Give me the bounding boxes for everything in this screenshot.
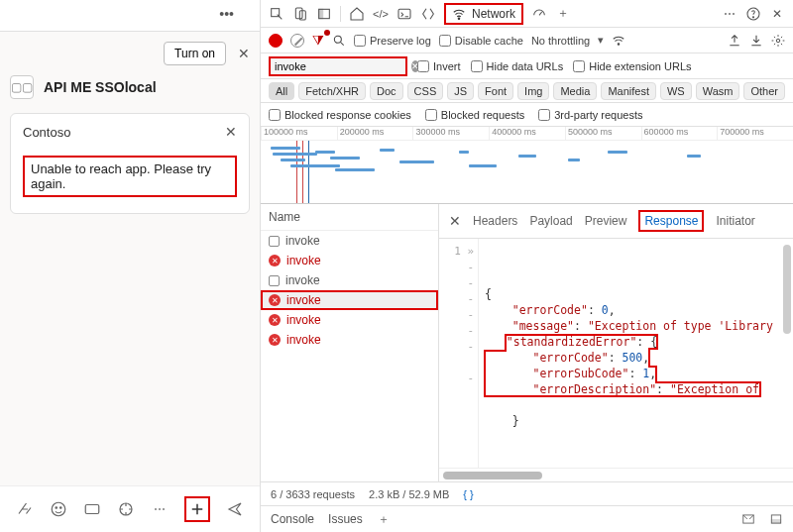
- svg-point-16: [776, 39, 780, 43]
- devtools-close-icon[interactable]: ✕: [769, 6, 785, 22]
- hide-ext-urls-checkbox[interactable]: Hide extension URLs: [573, 60, 691, 72]
- message-card: Contoso ✕ Unable to reach app. Please tr…: [10, 113, 250, 214]
- blocked-requests-checkbox[interactable]: Blocked requests: [425, 109, 524, 121]
- type-chip-all[interactable]: All: [269, 82, 294, 100]
- type-chip-manifest[interactable]: Manifest: [601, 82, 656, 100]
- svg-rect-6: [295, 8, 302, 19]
- drawer-tab-console[interactable]: Console: [271, 512, 314, 526]
- app-icon: ▢▢: [10, 75, 34, 99]
- upload-icon[interactable]: [728, 34, 741, 48]
- tab-preview[interactable]: Preview: [585, 214, 627, 228]
- emoji-icon[interactable]: [50, 500, 67, 518]
- svg-point-1: [56, 507, 57, 509]
- performance-icon[interactable]: [531, 6, 547, 22]
- type-filter-row: All Fetch/XHR Doc CSS JS Font Img Media …: [261, 79, 793, 103]
- add-tab-icon[interactable]: ＋: [555, 6, 571, 22]
- teams-panel: ••• Turn on ✕ ▢▢ API ME SSOlocal Contoso…: [0, 0, 261, 532]
- request-row[interactable]: invoke: [261, 270, 438, 290]
- console-icon[interactable]: [396, 6, 412, 22]
- request-row[interactable]: ✕invoke: [261, 290, 438, 310]
- request-row[interactable]: ✕invoke: [261, 251, 438, 270]
- type-chip-css[interactable]: CSS: [407, 82, 444, 100]
- svg-rect-10: [398, 9, 410, 18]
- close-icon[interactable]: ✕: [238, 46, 250, 61]
- clear-button[interactable]: [290, 34, 304, 48]
- pending-icon: [269, 275, 280, 286]
- help-icon[interactable]: [745, 6, 761, 22]
- network-conditions-icon[interactable]: [612, 34, 625, 48]
- home-icon[interactable]: [349, 6, 365, 22]
- type-chip-other[interactable]: Other: [743, 82, 785, 100]
- type-chip-js[interactable]: JS: [447, 82, 474, 100]
- horizontal-scrollbar[interactable]: [439, 468, 793, 481]
- dock-icon[interactable]: [316, 6, 332, 22]
- timeline-ruler: 100000 ms200000 ms300000 ms400000 ms5000…: [261, 127, 793, 141]
- svg-point-15: [618, 43, 620, 45]
- transfer-size: 2.3 kB / 52.9 MB: [369, 488, 449, 500]
- request-row[interactable]: ✕invoke: [261, 310, 438, 330]
- sources-icon[interactable]: [420, 6, 436, 22]
- tab-response[interactable]: Response: [638, 210, 704, 232]
- send-icon[interactable]: [226, 500, 244, 518]
- request-row[interactable]: invoke: [261, 231, 438, 251]
- detail-tabs: ✕ Headers Payload Preview Response Initi…: [439, 204, 793, 239]
- teams-header: •••: [0, 0, 260, 32]
- waterfall-overview[interactable]: [261, 141, 793, 204]
- gear-icon[interactable]: [771, 34, 785, 48]
- drawer-tab-issues[interactable]: Issues: [328, 512, 363, 526]
- request-list-header[interactable]: Name: [261, 204, 438, 231]
- devtools-toolbar: </> Network ＋ ⋯ ✕: [261, 0, 793, 28]
- response-body[interactable]: 1 »------- { "errorCode": 0, "message": …: [439, 239, 793, 468]
- filter-toggle-icon[interactable]: ⧩: [312, 32, 324, 49]
- type-chip-fetch[interactable]: Fetch/XHR: [298, 82, 366, 100]
- sticker-icon[interactable]: [117, 500, 135, 518]
- more-tools-icon[interactable]: ⋯: [722, 6, 737, 22]
- drawer-dock-icon[interactable]: [769, 512, 783, 526]
- turn-on-button[interactable]: Turn on: [164, 42, 226, 65]
- gif-icon[interactable]: [83, 500, 101, 518]
- detail-close-icon[interactable]: ✕: [449, 213, 461, 229]
- type-chip-media[interactable]: Media: [553, 82, 597, 100]
- tab-network[interactable]: Network: [444, 3, 523, 25]
- invert-checkbox[interactable]: Invert: [417, 60, 461, 72]
- download-icon[interactable]: [749, 34, 763, 48]
- throttling-select[interactable]: No throttling: [531, 35, 590, 47]
- drawer-panel-icon[interactable]: [741, 512, 755, 526]
- card-close-icon[interactable]: ✕: [225, 124, 237, 140]
- type-chip-doc[interactable]: Doc: [370, 82, 403, 100]
- drawer-add-icon[interactable]: ＋: [377, 512, 391, 526]
- device-icon[interactable]: [292, 6, 308, 22]
- format-icon[interactable]: [16, 500, 34, 518]
- disable-cache-checkbox[interactable]: Disable cache: [439, 35, 523, 47]
- more-composer-icon[interactable]: ⋯: [151, 500, 169, 518]
- svg-point-13: [752, 16, 753, 17]
- third-party-checkbox[interactable]: 3rd-party requests: [538, 109, 642, 121]
- more-icon[interactable]: •••: [219, 6, 234, 22]
- blocked-cookies-checkbox[interactable]: Blocked response cookies: [269, 109, 411, 121]
- hide-data-urls-checkbox[interactable]: Hide data URLs: [471, 60, 564, 72]
- record-button[interactable]: [269, 34, 283, 48]
- filter-row: ✕ Invert Hide data URLs Hide extension U…: [261, 53, 793, 79]
- pending-icon: [269, 236, 280, 247]
- tab-payload[interactable]: Payload: [529, 214, 572, 228]
- request-detail: ✕ Headers Payload Preview Response Initi…: [439, 204, 793, 481]
- inspect-icon[interactable]: [269, 6, 284, 22]
- add-button[interactable]: [184, 496, 210, 522]
- preserve-log-checkbox[interactable]: Preserve log: [354, 35, 431, 47]
- type-chip-wasm[interactable]: Wasm: [696, 82, 740, 100]
- vertical-scrollbar[interactable]: [783, 245, 791, 334]
- elements-icon[interactable]: </>: [373, 6, 389, 22]
- type-chip-img[interactable]: Img: [517, 82, 549, 100]
- tab-headers[interactable]: Headers: [473, 214, 517, 228]
- filter-input[interactable]: [275, 60, 411, 72]
- tab-initiator[interactable]: Initiator: [716, 214, 754, 228]
- svg-point-11: [458, 17, 460, 19]
- svg-rect-9: [319, 9, 323, 18]
- type-chip-ws[interactable]: WS: [660, 82, 692, 100]
- status-bar: 6 / 3633 requests 2.3 kB / 52.9 MB { }: [261, 482, 793, 506]
- request-row[interactable]: ✕invoke: [261, 330, 438, 350]
- request-count: 6 / 3633 requests: [271, 488, 355, 500]
- type-chip-font[interactable]: Font: [478, 82, 513, 100]
- pretty-print-icon[interactable]: { }: [463, 488, 473, 500]
- search-icon[interactable]: [332, 34, 346, 48]
